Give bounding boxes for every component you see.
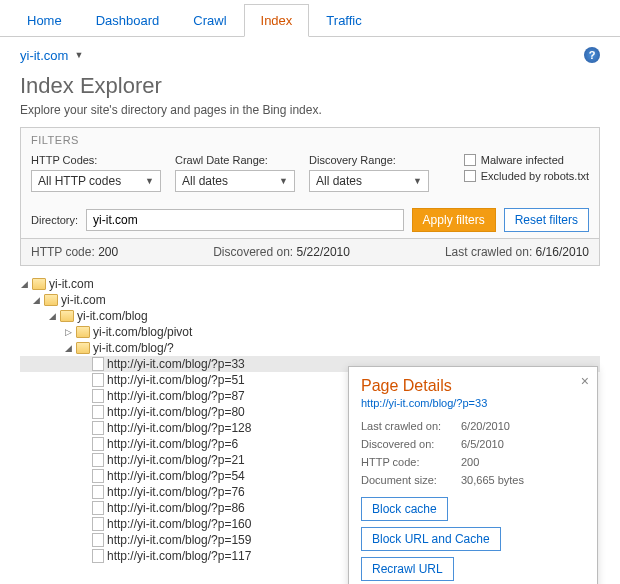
tab-crawl[interactable]: Crawl — [176, 4, 243, 36]
page-icon — [92, 373, 104, 387]
chevron-down-icon: ▼ — [279, 176, 288, 186]
malware-checkbox[interactable]: Malware infected — [464, 154, 589, 166]
robots-checkbox[interactable]: Excluded by robots.txt — [464, 170, 589, 182]
page-icon — [92, 469, 104, 483]
folder-icon — [60, 310, 74, 322]
folder-icon — [32, 278, 46, 290]
discovery-range-label: Discovery Range: — [309, 154, 429, 166]
crawl-range-label: Crawl Date Range: — [175, 154, 295, 166]
popup-url[interactable]: http://yi-it.com/blog/?p=33 — [361, 397, 585, 409]
crawl-range-select[interactable]: All dates▼ — [175, 170, 295, 192]
block-cache-button[interactable]: Block cache — [361, 497, 448, 521]
chevron-down-icon: ▼ — [145, 176, 154, 186]
tab-home[interactable]: Home — [10, 4, 79, 36]
site-select-label: yi-it.com — [20, 48, 68, 63]
checkbox-icon — [464, 154, 476, 166]
info-row: HTTP code: 200 Discovered on: 5/22/2010 … — [20, 239, 600, 266]
page-icon — [92, 437, 104, 451]
page-icon — [92, 485, 104, 499]
discovery-range-select[interactable]: All dates▼ — [309, 170, 429, 192]
close-icon[interactable]: × — [581, 373, 589, 389]
page-subtitle: Explore your site's directory and pages … — [0, 103, 620, 127]
tree-node[interactable]: ▷yi-it.com/blog/pivot — [20, 324, 600, 340]
page-icon — [92, 517, 104, 531]
site-select[interactable]: yi-it.com ▼ — [20, 48, 83, 63]
page-icon — [92, 453, 104, 467]
tab-index[interactable]: Index — [244, 4, 310, 37]
page-icon — [92, 421, 104, 435]
checkbox-icon — [464, 170, 476, 182]
chevron-down-icon: ▼ — [74, 50, 83, 60]
directory-input[interactable] — [86, 209, 404, 231]
http-codes-label: HTTP Codes: — [31, 154, 161, 166]
tree-node[interactable]: ◢yi-it.com/blog — [20, 308, 600, 324]
main-tabs: Home Dashboard Crawl Index Traffic — [0, 0, 620, 37]
chevron-down-icon: ▼ — [413, 176, 422, 186]
http-codes-select[interactable]: All HTTP codes▼ — [31, 170, 161, 192]
popup-title: Page Details — [361, 377, 585, 395]
page-icon — [92, 501, 104, 515]
page-icon — [92, 533, 104, 547]
recrawl-url-button[interactable]: Recrawl URL — [361, 557, 454, 581]
folder-icon — [44, 294, 58, 306]
page-icon — [92, 357, 104, 371]
page-details-popup: × Page Details http://yi-it.com/blog/?p=… — [348, 366, 598, 584]
block-url-cache-button[interactable]: Block URL and Cache — [361, 527, 501, 551]
page-icon — [92, 549, 104, 563]
reset-filters-button[interactable]: Reset filters — [504, 208, 589, 232]
folder-icon — [76, 326, 90, 338]
help-icon[interactable]: ? — [584, 47, 600, 63]
page-title: Index Explorer — [0, 73, 620, 103]
apply-filters-button[interactable]: Apply filters — [412, 208, 496, 232]
tree-node[interactable]: ◢yi-it.com/blog/? — [20, 340, 600, 356]
tab-dashboard[interactable]: Dashboard — [79, 4, 177, 36]
folder-icon — [76, 342, 90, 354]
filters-header: FILTERS — [21, 128, 599, 152]
directory-label: Directory: — [31, 214, 78, 226]
tree-node[interactable]: ◢yi-it.com — [20, 276, 600, 292]
page-icon — [92, 405, 104, 419]
page-icon — [92, 389, 104, 403]
tab-traffic[interactable]: Traffic — [309, 4, 378, 36]
filters-panel: FILTERS HTTP Codes: All HTTP codes▼ Craw… — [20, 127, 600, 239]
tree-node[interactable]: ◢yi-it.com — [20, 292, 600, 308]
